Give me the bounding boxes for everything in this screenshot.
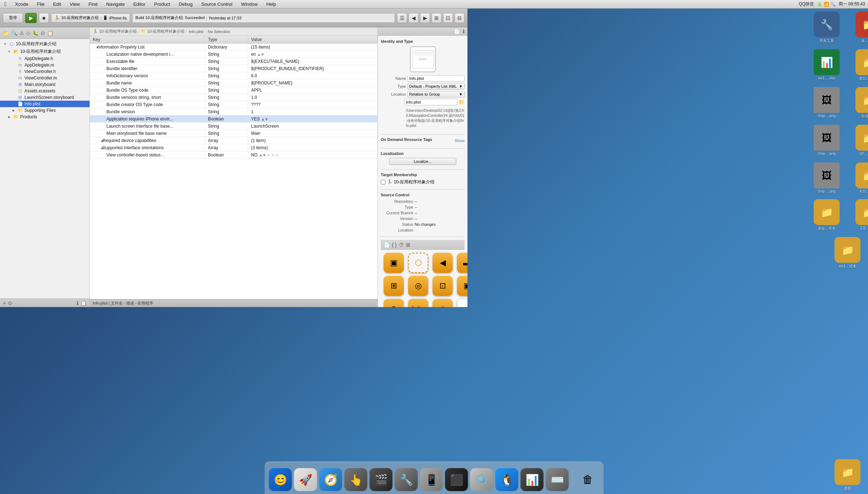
tree-item-viewcontrollerm[interactable]: m ViewController.m [0, 75, 90, 81]
objlib-item-8[interactable]: ▣ [457, 276, 467, 296]
objlib-item-10[interactable]: ▶▶ [408, 299, 428, 307]
plist-row-value[interactable]: 1 [248, 108, 378, 115]
nav-forward[interactable]: ▶ [420, 13, 430, 23]
objlib-item-6[interactable]: ◎ [408, 276, 428, 296]
menu-file[interactable]: File [36, 1, 46, 7]
plist-row-key[interactable]: Bundle OS Type code [90, 87, 205, 94]
plist-row-key[interactable]: Bundle version [90, 108, 205, 115]
desktop-icon-ksi[interactable]: 📁 KSI…aster [850, 163, 868, 193]
dock-dvd[interactable]: 🎬 [370, 468, 393, 491]
plist-row-value[interactable]: APPL [248, 87, 378, 94]
objlib-item-2[interactable]: ⬡ [408, 253, 428, 273]
plist-row-value[interactable]: ${PRODUCT_NAME} [248, 79, 378, 87]
plist-row-key[interactable]: Bundle creator OS Type code [90, 101, 205, 108]
objlib-item-11[interactable]: ◆ [433, 299, 453, 307]
inspector-location-dropdown[interactable]: Relative to Group ▼ [407, 91, 465, 97]
dock-sysprefs[interactable]: ⚙️ [470, 468, 493, 491]
desktop-icon-xlsx[interactable]: 📊 ios1….xlsx [809, 49, 845, 80]
breadcrumb-1[interactable]: 🏃 10-应用程序对象介绍 [93, 29, 137, 34]
breadcrumb-3[interactable]: Info.plist [189, 29, 204, 34]
scheme-selector[interactable]: 🏃 10-应用程序对象介绍 › 📱 iPhone 6s [51, 13, 130, 23]
nav-search-icon[interactable]: 🔍 [11, 30, 17, 36]
run-button[interactable]: ▶ [25, 13, 37, 23]
tree-item-root[interactable]: ▼ ⬡ 10-应用程序对象介绍 [0, 40, 90, 48]
navigator-toggle[interactable]: ☰ [397, 13, 407, 23]
dock-trackpad[interactable]: 👆 [344, 468, 367, 491]
target-checkbox[interactable] [381, 180, 385, 184]
tree-item-supporting[interactable]: ▶ 📁 Supporting Files [0, 107, 90, 114]
menu-xcode[interactable]: Xcode [14, 1, 30, 7]
desktop-icon-weijia[interactable]: 📁 未会…件夹 [809, 199, 845, 231]
inspector-type-dropdown[interactable]: Default - Property List XML ▼ [407, 83, 465, 90]
stop-button[interactable]: 暂停 [3, 13, 23, 23]
dock-istat[interactable]: 📊 [521, 468, 544, 491]
dock-launchpad[interactable]: 🚀 [294, 468, 317, 491]
tree-item-appdelegateh[interactable]: h AppDelegate.h [0, 55, 90, 62]
menu-edit[interactable]: Edit [52, 1, 63, 7]
plist-row-key[interactable]: Application requires iPhone envir... [90, 115, 205, 123]
objlib-item-5[interactable]: ⊞ [384, 276, 404, 296]
desktop-icon-ios1[interactable]: 📁 ios1…试准 [830, 237, 865, 269]
dock-qq[interactable]: 🐧 [495, 468, 518, 491]
tree-item-infoplist[interactable]: 📄 Info.plist [0, 101, 90, 107]
layout-btn-1[interactable]: ⊞ [431, 13, 442, 23]
apple-menu[interactable]:  [3, 1, 8, 8]
plist-row-key[interactable]: Bundle name [90, 79, 205, 87]
nav-recent-btn[interactable]: 📋 [81, 300, 87, 306]
plist-row-value[interactable]: NO▲▼ ⊙ ⊙ ⊙ [248, 151, 378, 159]
plist-row-value[interactable]: Main [248, 130, 378, 137]
tree-item-group[interactable]: ▼ 📂 10-应用程序对象介绍 [0, 48, 90, 55]
nav-folder-icon[interactable]: 📁 [3, 30, 9, 36]
desktop-icon-07[interactable]: 📁 07-…(优化 [850, 125, 868, 157]
desktop-icon-13[interactable]: 📁 第13…业准 [850, 49, 868, 81]
plist-row-key[interactable]: Bundle versions string, short [90, 94, 205, 101]
objlib-item-9[interactable]: ⊙ [384, 299, 404, 307]
desktop-icon-snip2[interactable]: 🖼 Snip….png [809, 125, 845, 156]
dock-trash[interactable]: 🗑 [576, 468, 599, 491]
plist-row-value[interactable]: (1 item) [248, 137, 378, 144]
objlib-bracket-icon[interactable]: { } [392, 242, 397, 248]
menu-editor[interactable]: Editor [132, 1, 147, 7]
inspector-info-icon-btn[interactable]: ℹ [463, 28, 465, 34]
dock-simulator[interactable]: 📱 [420, 468, 443, 491]
plist-row-value[interactable]: YES▲▼ [248, 115, 378, 123]
plist-row-key[interactable]: InfoDictionary version [90, 72, 205, 79]
objlib-grid-icon[interactable]: ⊞ [406, 242, 410, 248]
nav-info-btn[interactable]: ℹ [77, 300, 78, 306]
plist-row-key[interactable]: ▶ Supported interface orientations [90, 144, 205, 151]
desktop-icon-car[interactable]: 📁 车丹分率 [850, 87, 868, 119]
objlib-item-3[interactable]: ◀ [433, 253, 453, 273]
tree-item-launchscreen[interactable]: ⊞ LaunchScreen.storyboard [0, 94, 90, 101]
plist-row-key[interactable]: ▼ Information Property List [90, 44, 205, 51]
nav-debug-icon[interactable]: 🐛 [32, 30, 38, 36]
plist-row-value[interactable]: (3 items) [248, 144, 378, 151]
nav-back[interactable]: ◀ [408, 13, 419, 23]
nav-filter-btn[interactable]: ⊙ [8, 300, 12, 306]
desktop-icon-snip3[interactable]: 🖼 Snip….png [809, 163, 845, 193]
nav-warning-icon[interactable]: ⚠ [19, 30, 24, 36]
inspector-name-input[interactable] [407, 75, 465, 82]
layout-btn-3[interactable]: ⊟ [454, 13, 465, 23]
menu-navigate[interactable]: Navigate [105, 1, 126, 7]
plist-row-value[interactable]: LaunchScreen [248, 123, 378, 130]
menu-window[interactable]: Window [239, 1, 259, 7]
plist-row-value[interactable]: en▲▼ [248, 51, 378, 58]
menu-source-control[interactable]: Source Control [200, 1, 234, 7]
plist-row-value[interactable]: ${PRODUCT_BUNDLE_IDENTIFIER} [248, 65, 378, 72]
tree-item-viewcontrollerh[interactable]: h ViewController.h [0, 68, 90, 75]
localize-button[interactable]: Localize... [389, 158, 456, 165]
dock-keyboard[interactable]: ⌨️ [546, 468, 569, 491]
desktop-icon-devtools[interactable]: 🔧 开发工具 [809, 12, 845, 44]
dock-terminal[interactable]: ⬛ [445, 468, 468, 491]
breadcrumb-2[interactable]: 📁 10-应用程序对象介绍 [141, 29, 185, 34]
objlib-file-icon[interactable]: 📄 [384, 242, 390, 248]
plist-row-key[interactable]: Bundle identifier [90, 65, 205, 72]
plist-row-key[interactable]: View controller-based status... [90, 151, 205, 159]
nav-breakpoint-icon[interactable]: ⊙ [41, 30, 45, 36]
plist-row-value[interactable]: 1.0 [248, 94, 378, 101]
nav-add-btn[interactable]: + [3, 300, 6, 306]
plist-row-key[interactable]: Launch screen interface file base... [90, 123, 205, 130]
nav-test-icon[interactable]: ◇ [26, 30, 30, 36]
tree-item-products[interactable]: ▶ 📁 Products [0, 114, 90, 120]
plist-row-key[interactable]: Executable file [90, 58, 205, 65]
